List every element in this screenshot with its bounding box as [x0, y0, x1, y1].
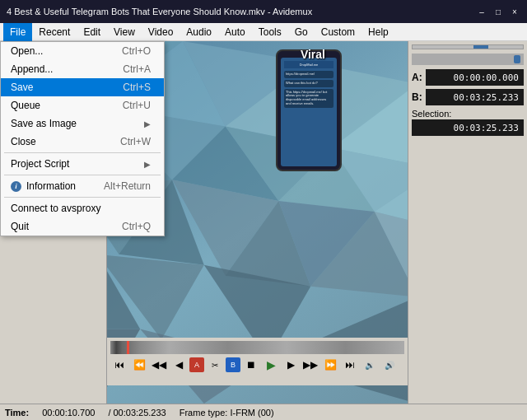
- duration-value: / 00:03:25.233: [108, 408, 166, 418]
- B-time-row: B: 00:03:25.233: [412, 89, 524, 105]
- phone-chat-question: What can this bot do?: [284, 80, 333, 87]
- menu-item-save[interactable]: Save Ctrl+S: [1, 78, 164, 96]
- minimize-button[interactable]: –: [476, 6, 487, 17]
- file-dropdown-menu: Open... Ctrl+O Append... Ctrl+A Save Ctr…: [0, 41, 165, 236]
- stop-button[interactable]: ⏹: [242, 356, 260, 374]
- menu-audio[interactable]: Audio: [180, 23, 218, 41]
- go-end-button[interactable]: ⏭: [341, 356, 359, 374]
- go-start-button[interactable]: ⏮: [110, 356, 128, 374]
- step-fwd-button[interactable]: ▶▶: [301, 356, 319, 374]
- scroll-thumb[interactable]: [473, 45, 488, 49]
- vol-up-button[interactable]: 🔊: [380, 356, 399, 374]
- menu-custom[interactable]: Custom: [315, 23, 361, 41]
- phone-mockup: DropMail.me https://dropmail.me/ What ca…: [276, 49, 342, 171]
- controls-row: ⏮ ⏪ ◀◀ ◀ A ✂ B ⏹ ▶ ▶ ▶▶ ⏩ ⏭ 🔉 🔊: [107, 354, 408, 376]
- scroll-track: [412, 44, 524, 49]
- menu-file[interactable]: File: [3, 23, 32, 41]
- A-time-display: 00:00:00.000: [426, 69, 524, 86]
- mini-thumb: [514, 55, 520, 63]
- separator-1: [4, 152, 161, 153]
- menu-bar: File Recent Edit View Video Audio Auto T…: [0, 23, 527, 41]
- menu-help[interactable]: Help: [361, 23, 395, 41]
- title-bar: 4 Best & Useful Telegram Bots That Every…: [0, 0, 527, 23]
- menu-item-queue[interactable]: Queue Ctrl+U: [1, 96, 164, 114]
- menu-item-connect-avsproxy[interactable]: Connect to avsproxy: [1, 199, 164, 217]
- B-time-display: 00:03:25.233: [426, 89, 524, 105]
- menu-item-quit[interactable]: Quit Ctrl+Q: [1, 217, 164, 236]
- cut-button[interactable]: ✂: [206, 356, 224, 374]
- step-back-button[interactable]: ◀◀: [150, 356, 168, 374]
- B-label: B:: [412, 91, 422, 103]
- menu-item-project-script[interactable]: Project Script ▶: [1, 155, 164, 173]
- vol-down-button[interactable]: 🔉: [361, 356, 379, 374]
- status-bar: Time: 00:00:10.700 / 00:03:25.233 Frame …: [0, 404, 527, 420]
- menu-tools[interactable]: Tools: [252, 23, 288, 41]
- mark-b-button[interactable]: B: [226, 357, 240, 372]
- timeline-marker[interactable]: [127, 341, 129, 354]
- menu-view[interactable]: View: [107, 23, 142, 41]
- phone-screen: DropMail.me https://dropmail.me/ What ca…: [281, 58, 337, 166]
- close-button[interactable]: ×: [509, 6, 520, 17]
- window-title: 4 Best & Useful Telegram Bots That Every…: [7, 7, 476, 16]
- menu-auto[interactable]: Auto: [218, 23, 252, 41]
- A-time-row: A: 00:00:00.000: [412, 69, 524, 86]
- menu-go[interactable]: Go: [288, 23, 315, 41]
- info-icon: i: [11, 181, 21, 192]
- frame-fwd-button[interactable]: ▶: [282, 356, 300, 374]
- menu-edit[interactable]: Edit: [77, 23, 107, 41]
- phone-chat-header: DropMail.me: [284, 61, 333, 68]
- play-button[interactable]: ▶: [262, 356, 280, 374]
- selection-label: Selection:: [412, 109, 524, 119]
- menu-recent[interactable]: Recent: [32, 23, 77, 41]
- time-value: 00:00:10.700: [42, 408, 95, 418]
- time-label: Time:: [5, 408, 29, 418]
- mark-a-button[interactable]: A: [189, 357, 204, 372]
- menu-video[interactable]: Video: [142, 23, 180, 41]
- frame-type: Frame type: I-FRM (00): [180, 408, 274, 418]
- fast-fwd-button[interactable]: ⏩: [321, 356, 339, 374]
- A-label: A:: [412, 72, 422, 83]
- menu-item-append[interactable]: Append... Ctrl+A: [1, 60, 164, 78]
- phone-chat-url: https://dropmail.me/: [284, 71, 333, 78]
- menu-item-information[interactable]: i Information Alt+Return: [1, 177, 164, 195]
- mini-timeline[interactable]: [412, 54, 524, 65]
- menu-item-open[interactable]: Open... Ctrl+O: [1, 42, 164, 60]
- separator-3: [4, 197, 161, 198]
- right-panel: A: 00:00:00.000 B: 00:03:25.233 Selectio…: [408, 41, 527, 404]
- menu-item-close[interactable]: Close Ctrl+W: [1, 133, 164, 151]
- menu-item-save-image[interactable]: Save as Image ▶: [1, 114, 164, 133]
- timeline-area: ⏮ ⏪ ◀◀ ◀ A ✂ B ⏹ ▶ ▶ ▶▶ ⏩ ⏭ 🔉 🔊: [107, 338, 408, 385]
- phone-chat-desc: This https://dropmail.me/ bot allows you…: [284, 89, 333, 108]
- rewind-button[interactable]: ⏪: [130, 356, 148, 374]
- timeline-bar[interactable]: [110, 341, 404, 354]
- frame-back-button[interactable]: ◀: [170, 356, 188, 374]
- separator-2: [4, 175, 161, 175]
- window-controls[interactable]: – □ ×: [476, 6, 520, 17]
- selection-time-display: 00:03:25.233: [412, 119, 524, 136]
- maximize-button[interactable]: □: [492, 6, 504, 17]
- selection-row: Selection: 00:03:25.233: [412, 109, 524, 136]
- viral-text: Viral: [301, 48, 325, 61]
